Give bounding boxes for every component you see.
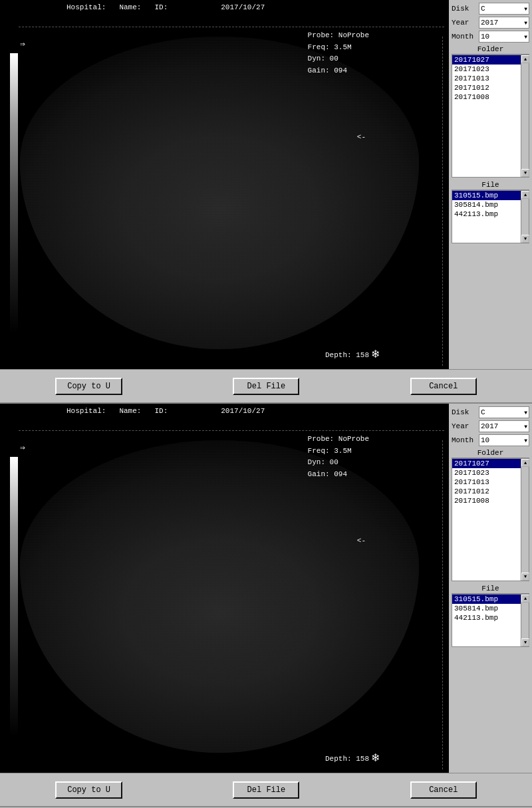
disk-value-2: C [481, 408, 485, 416]
scan-lines-1 [20, 37, 419, 349]
header-info-1: Hospital: Name: ID: 2017/10/27 [66, 3, 265, 11]
dyn-info-1: Dyn: 00 [308, 53, 369, 65]
file-item-2-2[interactable]: 442113.bmp [452, 613, 521, 622]
folder-item-0-1[interactable]: 20171027 [452, 55, 521, 65]
copy-button-2[interactable]: Copy to U [55, 781, 122, 799]
gain-info-1: Gain: 094 [308, 65, 369, 77]
del-button-2[interactable]: Del File [233, 781, 299, 799]
panel-1: Hospital: Name: ID: 2017/10/27 ⇒ Probe: … [0, 0, 532, 404]
month-row-2: Month 10 ▼ [452, 434, 529, 446]
copy-button-1[interactable]: Copy to U [55, 378, 122, 395]
folder-scroll-up-1[interactable]: ▲ [521, 55, 529, 63]
panel-2: Hospital: Name: ID: 2017/10/27 ⇒ Probe: … [0, 404, 532, 807]
folder-section-2: Folder 20171027 20171023 20171013 201710… [452, 448, 529, 581]
snowflake-icon-2: ❄ [372, 750, 379, 765]
month-label-2: Month [452, 436, 477, 444]
id-label-2: ID: [154, 407, 168, 415]
folder-item-4-1[interactable]: 20171008 [452, 92, 521, 102]
folder-item-1-1[interactable]: 20171023 [452, 65, 521, 74]
file-item-0-1[interactable]: 310515.bmp [452, 191, 521, 200]
disk-row-2: Disk C ▼ [452, 406, 529, 418]
file-item-2-1[interactable]: 442113.bmp [452, 209, 521, 219]
date-2: 2017/10/27 [221, 407, 265, 415]
folder-item-2-2[interactable]: 20171013 [452, 477, 521, 487]
disk-dropdown-1[interactable]: C ▼ [479, 3, 529, 15]
folder-item-1-2[interactable]: 20171023 [452, 468, 521, 477]
hospital-label-2: Hospital: [66, 407, 106, 415]
disk-dropdown-arrow-2: ▼ [524, 410, 527, 416]
file-scroll-up-2[interactable]: ▲ [521, 595, 529, 603]
month-label-1: Month [452, 33, 477, 41]
disk-row-1: Disk C ▼ [452, 3, 529, 15]
month-value-1: 10 [481, 33, 489, 41]
folder-item-2-1[interactable]: 20171013 [452, 74, 521, 83]
folder-scroll-up-2[interactable]: ▲ [521, 459, 529, 467]
folder-item-3-2[interactable]: 20171012 [452, 487, 521, 496]
name-label-2: Name: [119, 407, 141, 415]
file-section-2: File 310515.bmp 305814.bmp 442113.bmp ▲ … [452, 584, 529, 647]
year-dropdown-arrow-2: ▼ [524, 424, 527, 430]
ruler-h-2 [19, 430, 444, 431]
file-scroll-down-2[interactable]: ▼ [521, 638, 529, 646]
year-row-1: Year 2017 ▼ [452, 17, 529, 29]
year-value-1: 2017 [481, 19, 498, 27]
depth-label-1: Depth: 158 [325, 351, 369, 359]
folder-scroll-down-2[interactable]: ▼ [521, 573, 529, 581]
depth-scale-2 [10, 457, 18, 736]
month-dropdown-2[interactable]: 10 ▼ [479, 434, 529, 446]
toolbar-1: Copy to U Del File Cancel [0, 369, 532, 402]
file-header-1: File [452, 180, 529, 190]
file-scroll-up-1[interactable]: ▲ [521, 191, 529, 199]
file-section-1: File 310515.bmp 305814.bmp 442113.bmp ▲ … [452, 180, 529, 243]
arrow-right-2: ⇒ [20, 442, 25, 453]
id-label-1: ID: [154, 3, 168, 11]
folder-scroll-down-1[interactable]: ▼ [521, 169, 529, 177]
year-dropdown-2[interactable]: 2017 ▼ [479, 420, 529, 432]
file-item-1-1[interactable]: 305814.bmp [452, 200, 521, 209]
side-info-2: Probe: NoProbe Freq: 3.5M Dyn: 00 Gain: … [308, 434, 369, 480]
cancel-button-1[interactable]: Cancel [410, 378, 477, 395]
scan-area-1: Hospital: Name: ID: 2017/10/27 ⇒ Probe: … [0, 0, 449, 369]
ruler-h-1 [19, 27, 444, 27]
month-value-2: 10 [481, 436, 489, 444]
month-dropdown-arrow-2: ▼ [524, 438, 527, 444]
year-row-2: Year 2017 ▼ [452, 420, 529, 432]
date-1: 2017/10/27 [221, 3, 265, 11]
file-scrollbar-2[interactable]: ▲ ▼ [521, 595, 529, 646]
probe-info-2: Probe: NoProbe [308, 434, 369, 446]
cancel-button-2[interactable]: Cancel [410, 781, 477, 799]
folder-scrollbar-1[interactable]: ▲ ▼ [521, 55, 529, 177]
folder-item-4-2[interactable]: 20171008 [452, 496, 521, 505]
year-label-1: Year [452, 19, 477, 27]
folder-item-3-1[interactable]: 20171012 [452, 83, 521, 92]
del-button-1[interactable]: Del File [233, 378, 299, 395]
folder-item-0-2[interactable]: 20171027 [452, 459, 521, 468]
folder-list-1: 20171027 20171023 20171013 20171012 2017… [452, 55, 521, 177]
year-dropdown-1[interactable]: 2017 ▼ [479, 17, 529, 29]
file-list-2: 310515.bmp 305814.bmp 442113.bmp [452, 595, 521, 646]
year-dropdown-arrow-1: ▼ [524, 20, 527, 26]
disk-dropdown-2[interactable]: C ▼ [479, 406, 529, 418]
folder-scrollbar-2[interactable]: ▲ ▼ [521, 459, 529, 581]
freq-info-2: Freq: 3.5M [308, 446, 369, 458]
month-dropdown-arrow-1: ▼ [524, 34, 527, 40]
folder-section-1: Folder 20171027 20171023 20171013 201710… [452, 45, 529, 178]
hospital-label-1: Hospital: [66, 3, 106, 11]
scan-lines-2 [20, 440, 419, 753]
file-scroll-down-1[interactable]: ▼ [521, 235, 529, 243]
disk-value-1: C [481, 5, 485, 13]
ruler-v-2 [442, 440, 443, 769]
file-header-2: File [452, 584, 529, 594]
file-item-1-2[interactable]: 305814.bmp [452, 604, 521, 613]
year-value-2: 2017 [481, 422, 498, 430]
scan-area-2: Hospital: Name: ID: 2017/10/27 ⇒ Probe: … [0, 404, 449, 773]
side-info-1: Probe: NoProbe Freq: 3.5M Dyn: 00 Gain: … [308, 30, 369, 76]
ruler-v-1 [442, 37, 443, 366]
toolbar-2: Copy to U Del File Cancel [0, 773, 532, 806]
depth-scale-1 [10, 53, 18, 333]
file-item-0-2[interactable]: 310515.bmp [452, 595, 521, 604]
file-scrollbar-1[interactable]: ▲ ▼ [521, 191, 529, 243]
arrow-indicator-2: <- [357, 537, 366, 545]
disk-label-1: Disk [452, 5, 477, 13]
month-dropdown-1[interactable]: 10 ▼ [479, 31, 529, 43]
